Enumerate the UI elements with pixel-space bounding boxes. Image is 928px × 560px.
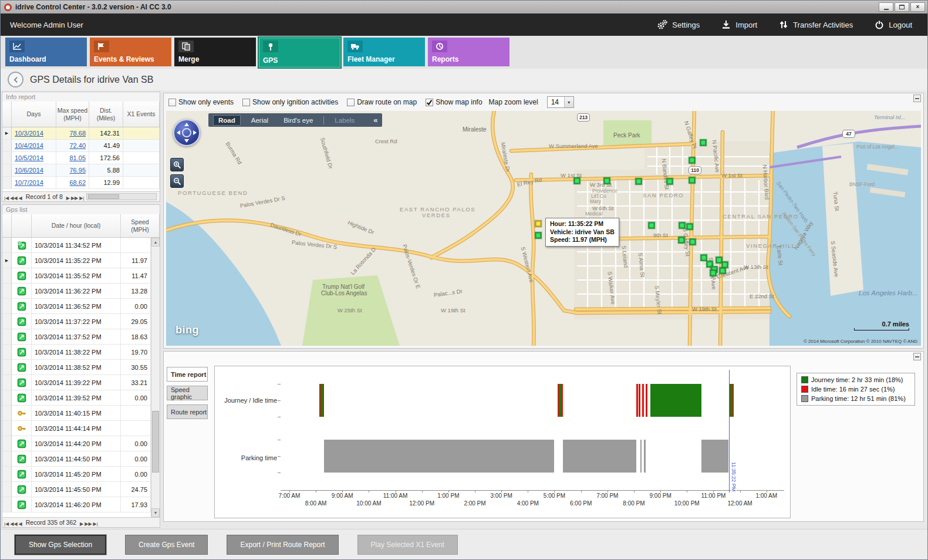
column-header-date-hour-local[interactable]: Date / hour (local) [32, 214, 121, 237]
gps-list-row[interactable]: 10/3/2014 11:45:50 PM24.75 [2, 482, 151, 497]
info-report-row[interactable]: 10/6/201476.955.88 [2, 164, 160, 177]
next-page-record-button[interactable]: ▶▶ [70, 195, 79, 201]
day-link[interactable]: 10/6/2014 [15, 167, 43, 174]
create-gps-event-button[interactable]: Create Gps Event [125, 535, 208, 555]
gps-list-row[interactable]: 10/3/2014 11:34:52 PM [2, 238, 151, 253]
dropdown-arrow-icon[interactable]: ▼ [564, 97, 573, 107]
gps-marker[interactable] [604, 178, 610, 184]
minimize-button[interactable] [879, 2, 893, 12]
map-zoom-in-button[interactable] [170, 158, 184, 171]
checkbox-show-map-info[interactable]: Show map info [426, 98, 482, 106]
last-record-button[interactable]: ▶| [79, 195, 85, 201]
column-header-days[interactable]: Days [12, 102, 56, 127]
gps-marker[interactable] [689, 157, 696, 164]
checkbox-box[interactable] [347, 99, 355, 106]
gps-marker[interactable] [720, 268, 726, 274]
checkbox-box[interactable] [168, 99, 176, 106]
info-report-row[interactable]: ▶10/3/201478.68142.31 [2, 127, 160, 140]
first-record-button[interactable]: |◀ [4, 521, 9, 527]
max-speed-link[interactable]: 76.95 [69, 167, 86, 174]
day-link[interactable]: 10/3/2014 [15, 130, 43, 137]
gps-list-row[interactable]: 10/3/2014 11:36:52 PM0.00 [2, 299, 151, 314]
module-tile-gps[interactable]: GPS [259, 38, 340, 68]
gps-vertical-scrollbar[interactable]: ▲ ▼ [151, 238, 160, 517]
map-style-road[interactable]: Road [213, 115, 241, 126]
gps-list-row[interactable]: 10/3/2014 11:38:22 PM19.70 [2, 345, 151, 360]
gps-list-row[interactable]: 10/3/2014 11:40:15 PM [2, 406, 151, 421]
gps-list-row[interactable]: 10/3/2014 11:36:22 PM13.28 [2, 284, 151, 299]
info-horizontal-scrollbar[interactable] [86, 193, 157, 200]
gps-list-row[interactable]: 10/3/2014 11:44:50 PM0.00 [2, 451, 151, 467]
gps-list-row[interactable]: 10/3/2014 11:38:52 PM30.55 [2, 360, 151, 375]
gps-marker[interactable] [687, 224, 693, 230]
day-link[interactable]: 10/7/2014 [15, 179, 43, 186]
last-record-button[interactable]: ▶| [93, 521, 99, 527]
first-record-button[interactable]: |◀ [4, 195, 9, 201]
module-tile-dashboard[interactable]: Dashboard [5, 38, 87, 66]
gps-marker[interactable] [667, 178, 673, 185]
module-tile-fleet-manager[interactable]: Fleet Manager [343, 38, 425, 66]
checkbox-show-only-ignition-activities[interactable]: Show only ignition activities [242, 98, 338, 106]
column-header-speed-mph[interactable]: Speed (MPH) [121, 214, 160, 237]
next-page-record-button[interactable]: ▶▶ [84, 521, 92, 527]
gps-list-row[interactable]: 10/3/2014 11:37:52 PM18.63 [2, 329, 151, 345]
menubar-item-import[interactable]: Import [721, 19, 757, 30]
module-tile-events-reviews[interactable]: Events & Reviews [90, 38, 171, 66]
gps-list-row[interactable]: 10/3/2014 11:44:20 PM0.00 [2, 436, 151, 451]
scrollbar-thumb[interactable] [152, 411, 159, 473]
prev-record-button[interactable]: ◀ [18, 521, 23, 527]
gps-list-row[interactable]: 10/3/2014 11:35:52 PM11.47 [2, 268, 151, 284]
checkbox-box[interactable] [426, 99, 433, 106]
module-tile-merge[interactable]: Merge [174, 38, 256, 66]
checkbox-box[interactable] [242, 99, 250, 106]
chart-panel-collapse-button[interactable] [913, 353, 921, 360]
gps-list-row[interactable]: 10/3/2014 11:44:14 PM [2, 421, 151, 436]
prev-page-record-button[interactable]: ◀◀ [9, 521, 18, 527]
export-print-route-report-button[interactable]: Export / Print Route Report [227, 535, 338, 555]
menubar-item-logout[interactable]: Logout [874, 19, 912, 30]
max-speed-link[interactable]: 68.62 [69, 179, 86, 186]
info-report-row[interactable]: 10/4/201472.4041.49 [2, 140, 160, 152]
column-header-max-speed-mph[interactable]: Max speed (MPH) [56, 102, 89, 127]
gps-marker[interactable] [649, 222, 655, 229]
selected-gps-marker[interactable] [535, 221, 542, 227]
map-zoom-level-select[interactable]: 14 ▼ [547, 96, 574, 108]
gps-marker[interactable] [689, 177, 696, 184]
chart-tab-route-report[interactable]: Route report [167, 404, 208, 419]
gps-marker[interactable] [535, 232, 542, 239]
scrollbar-thumb[interactable] [88, 194, 119, 199]
prev-record-button[interactable]: ◀ [18, 195, 23, 201]
back-button[interactable] [8, 72, 23, 87]
max-speed-link[interactable]: 78.68 [69, 130, 86, 137]
map-zoom-out-button[interactable] [170, 174, 184, 188]
menubar-item-transfer-activities[interactable]: Transfer Activities [778, 19, 853, 30]
map-canvas[interactable]: MiralestePeck ParkW Summerland AveCrest … [166, 111, 921, 346]
time-cursor[interactable] [729, 370, 730, 492]
gps-list-row[interactable]: 10/3/2014 11:45:20 PM0.00 [2, 467, 151, 482]
gps-list-row[interactable]: 10/3/2014 11:37:22 PM29.05 [2, 314, 151, 329]
gps-marker[interactable] [679, 222, 686, 229]
gps-marker[interactable] [636, 178, 642, 185]
day-link[interactable]: 10/4/2014 [15, 142, 43, 149]
chart-tab-time-report[interactable]: Time report [167, 367, 208, 382]
column-header-x1-events[interactable]: X1 Events [123, 102, 160, 127]
gps-marker[interactable] [701, 255, 707, 261]
column-header-dist-miles[interactable]: Dist. (Miles) [89, 102, 123, 127]
gps-list-row[interactable]: 10/3/2014 11:46:20 PM17.93 [2, 497, 151, 512]
max-speed-link[interactable]: 81.05 [69, 154, 86, 161]
scroll-down-arrow[interactable]: ▼ [151, 508, 160, 517]
day-link[interactable]: 10/5/2014 [15, 154, 43, 161]
next-record-button[interactable]: ▶ [66, 195, 70, 201]
gps-list-row[interactable]: ▶10/3/2014 11:35:22 PM11.97 [2, 253, 151, 268]
maximize-button[interactable] [895, 2, 909, 12]
gps-marker[interactable] [710, 270, 717, 276]
map-panel-collapse-button[interactable] [913, 95, 921, 102]
map-bar-collapse-button[interactable]: « [373, 116, 377, 124]
prev-page-record-button[interactable]: ◀◀ [9, 195, 18, 201]
scroll-up-arrow[interactable]: ▲ [151, 238, 160, 247]
max-speed-link[interactable]: 72.40 [69, 142, 86, 149]
map-style-aerial[interactable]: Aerial [247, 116, 273, 125]
menubar-item-settings[interactable]: Settings [656, 19, 700, 31]
module-tile-reports[interactable]: Reports [428, 38, 509, 66]
checkbox-show-only-events[interactable]: Show only events [168, 98, 234, 106]
